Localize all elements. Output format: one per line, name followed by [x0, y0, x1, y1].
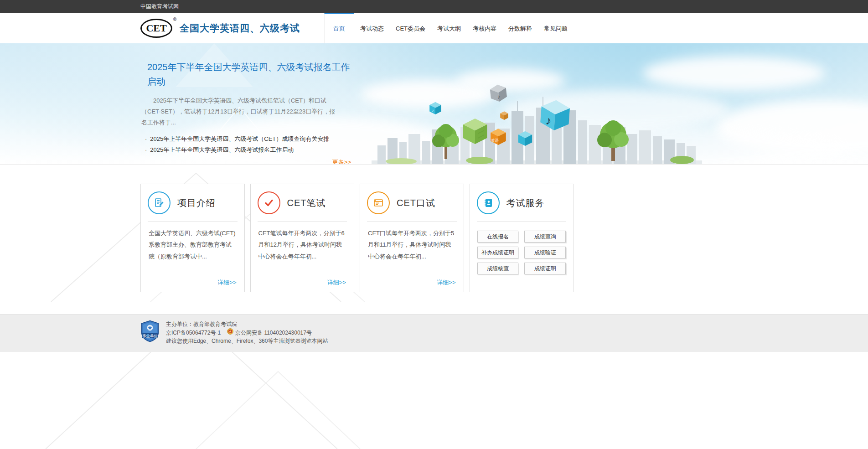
card-cet-oral-test: CET口试 CET口试每年开考两次，分别于5月和11月举行，具体考试时间我中心将… [360, 184, 464, 292]
card-title: CET笔试 [287, 197, 326, 209]
nav-exam-syllabus[interactable]: 考试大纲 [431, 13, 467, 43]
document-pencil-icon [148, 191, 170, 214]
service-buttons: 在线报名 成绩查询 补办成绩证明 成绩验证 成绩核查 成绩证明 [477, 222, 567, 274]
footer-organizer: 主办单位：教育部教育考试院 [166, 320, 328, 328]
card-title: 考试服务 [506, 197, 545, 209]
footer-info: 主办单位：教育部教育考试院 京ICP备05064772号-1 京公网安备 110… [166, 320, 328, 345]
card-cet-written-test: CET笔试 CET笔试每年开考两次，分别于6月和12月举行，具体考试时间我中心将… [250, 184, 355, 292]
card-header: CET笔试 [258, 184, 347, 222]
hero-headline[interactable]: 2025年下半年全国大学英语四、六级考试报名工作启动 [147, 60, 353, 89]
cards-row: 项目介绍 全国大学英语四、六级考试(CET)系教育部主办、教育部教育考试院（原教… [140, 184, 574, 292]
nav-home[interactable]: 首页 [324, 13, 354, 43]
service-button-score-certificate[interactable]: 成绩证明 [524, 263, 566, 274]
card-text: CET口试每年开考两次，分别于5月和11月举行，具体考试时间我中心将会在每年年初… [368, 227, 456, 262]
detail-link[interactable]: 详细>> [327, 279, 346, 287]
police-record-link[interactable]: 京公网安备 11040202430017号 [235, 329, 312, 337]
card-title: CET口试 [397, 197, 435, 209]
card-header: CET口试 [367, 184, 457, 222]
news-link-text[interactable]: 2025年上半年全国大学英语四、六级考试（CET）成绩查询有关安排 [150, 135, 329, 142]
footer: 事业单位 主办单位：教育部教育考试院 京ICP备05064772号-1 京公网安… [0, 314, 868, 352]
card-header: 考试服务 [477, 184, 567, 222]
service-button-score-query[interactable]: 成绩查询 [524, 231, 566, 243]
main-nav: 首页 考试动态 CET委员会 考试大纲 考核内容 分数解释 常见问题 [324, 13, 574, 43]
card-header: 项目介绍 [148, 184, 238, 222]
card-text: 全国大学英语四、六级考试(CET)系教育部主办、教育部教育考试院（原教育部考试中… [149, 227, 237, 262]
bullet: · [145, 146, 147, 153]
detail-link[interactable]: 详细>> [217, 279, 236, 287]
content-section: 项目介绍 全国大学英语四、六级考试(CET)系教育部主办、教育部教育考试院（原教… [0, 165, 868, 314]
bullet: · [145, 135, 147, 142]
topbar: 中国教育考试网 [0, 0, 868, 13]
hero-banner: ♪ ♪ [0, 43, 868, 165]
card-exam-services: 考试服务 在线报名 成绩查询 补办成绩证明 成绩验证 成绩核查 成绩证明 [470, 184, 574, 292]
nav-faq[interactable]: 常见问题 [538, 13, 574, 43]
service-button-score-verification[interactable]: 成绩验证 [524, 247, 566, 258]
news-link[interactable]: ·2025年上半年全国大学英语四、六级考试报名工作启动 [145, 145, 574, 155]
contact-book-icon [477, 191, 500, 214]
service-button-reissue-score-certificate[interactable]: 补办成绩证明 [477, 247, 519, 258]
nav-cet-committee[interactable]: CET委员会 [390, 13, 431, 43]
detail-link[interactable]: 详细>> [437, 279, 455, 287]
browser-card-icon [367, 191, 390, 214]
service-button-online-registration[interactable]: 在线报名 [477, 231, 519, 243]
cet-logo: CET ® [140, 19, 172, 38]
site-title: 全国大学英语四、六级考试 [180, 22, 300, 35]
nav-assessment-content[interactable]: 考核内容 [467, 13, 502, 43]
hero-news-list: ·2025年上半年全国大学英语四、六级考试（CET）成绩查询有关安排 ·2025… [145, 134, 574, 155]
registered-mark: ® [173, 17, 176, 22]
news-link-text[interactable]: 2025年上半年全国大学英语四、六级考试报名工作启动 [150, 146, 294, 153]
institution-badge-icon[interactable]: 事业单位 [140, 320, 160, 344]
card-project-intro: 项目介绍 全国大学英语四、六级考试(CET)系教育部主办、教育部教育考试院（原教… [140, 184, 245, 292]
site-header: CET ® 全国大学英语四、六级考试 首页 考试动态 CET委员会 考试大纲 考… [0, 13, 868, 43]
footer-browser-tip: 建议您使用Edge、Chrome、Firefox、360等主流浏览器浏览本网站 [166, 337, 328, 345]
hero-summary: 2025年下半年全国大学英语四、六级考试包括笔试（CET）和口试（CET-SET… [141, 95, 337, 128]
card-text: CET笔试每年开考两次，分别于6月和12月举行，具体考试时间我中心将会在每年年初… [258, 227, 346, 262]
card-title: 项目介绍 [177, 197, 216, 209]
more-link[interactable]: 更多>> [332, 159, 351, 165]
news-link[interactable]: ·2025年上半年全国大学英语四、六级考试（CET）成绩查询有关安排 [145, 134, 574, 145]
nav-exam-news[interactable]: 考试动态 [354, 13, 390, 43]
logo-text: CET [146, 22, 166, 34]
topbar-site-name[interactable]: 中国教育考试网 [140, 0, 179, 13]
police-badge-icon [227, 328, 233, 337]
badge-label: 事业单位 [142, 334, 158, 338]
checkmark-icon [258, 191, 280, 214]
icp-record-link[interactable]: 京ICP备05064772号-1 [166, 329, 221, 337]
brand[interactable]: CET ® 全国大学英语四、六级考试 [140, 13, 300, 43]
police-record: 京公网安备 11040202430017号 [227, 328, 312, 337]
service-button-score-recheck[interactable]: 成绩核查 [477, 263, 519, 274]
nav-score-interpretation[interactable]: 分数解释 [502, 13, 538, 43]
